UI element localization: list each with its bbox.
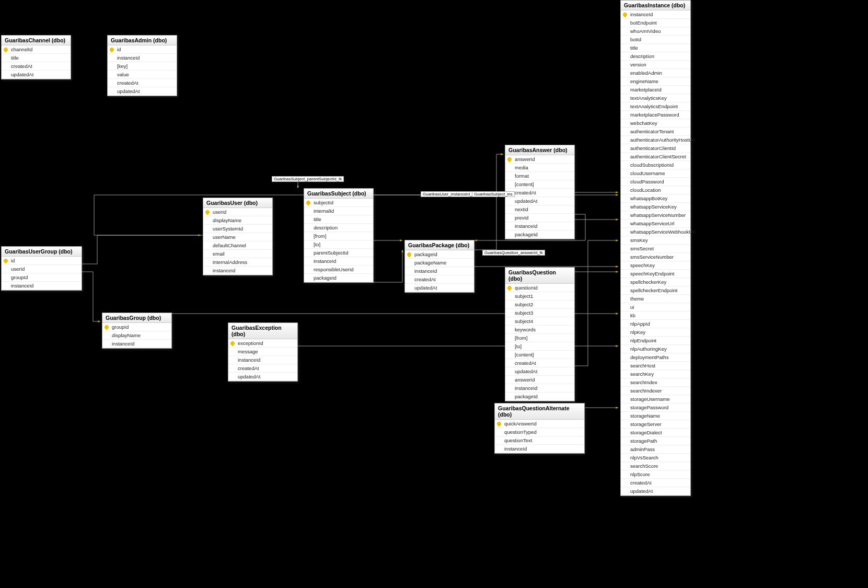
column[interactable]: media [505,164,574,172]
column[interactable]: storageServer [621,420,690,429]
column[interactable]: parentSubjectId [304,249,373,257]
column[interactable]: groupId [2,273,82,282]
column[interactable]: storageDialect [621,429,690,437]
column[interactable]: authenticatorTenant [621,128,690,136]
entity-instance[interactable]: GuaribasInstance (dbo)instanceIdbotEndpo… [620,0,691,496]
column[interactable]: version [621,61,690,69]
column[interactable]: webchatKey [621,119,690,128]
column[interactable]: subject2 [505,301,574,309]
column[interactable]: engineName [621,77,690,86]
column[interactable]: cloudLocation [621,186,690,194]
column[interactable]: userSystemId [203,225,272,233]
column[interactable]: packageId [304,274,373,282]
column[interactable]: questionTyped [495,428,584,436]
column[interactable]: searchScore [621,462,690,470]
entity-question[interactable]: GuaribasQuestion (dbo)questionIdsubject1… [505,267,575,401]
column[interactable]: nlpVsSearch [621,454,690,462]
column[interactable]: instanceId [203,267,272,275]
column[interactable]: nextId [505,205,574,214]
column[interactable]: [content] [505,351,574,359]
entity-exception[interactable]: GuaribasException (dbo)exceptionIdmessag… [228,322,298,382]
column[interactable]: kb [621,312,690,320]
column[interactable]: [to] [505,342,574,351]
column[interactable]: smsKey [621,236,690,245]
entity-subject[interactable]: GuaribasSubject (dbo)subjectIdinternalId… [304,188,374,283]
column[interactable]: packageId [505,230,574,239]
column[interactable]: whatsappBotKey [621,194,690,203]
column[interactable]: updatedAt [405,284,474,292]
column[interactable]: description [304,224,373,232]
column[interactable]: whatsappServiceWebhookUrl [621,228,690,236]
entity-answer[interactable]: GuaribasAnswer (dbo)answerIdmediaformat[… [505,145,575,239]
column[interactable]: email [203,250,272,258]
column[interactable]: nlpEndpoint [621,337,690,345]
column[interactable]: storageUsername [621,395,690,403]
column[interactable]: textAnalyticsKey [621,94,690,102]
column[interactable]: authenticatorAuthorityHostUrl [621,136,690,144]
pk-column[interactable]: channelId [2,45,71,54]
column[interactable]: ui [621,303,690,312]
column[interactable]: storagePassword [621,403,690,412]
column[interactable]: cloudPassword [621,178,690,186]
pk-column[interactable]: answerId [505,155,574,164]
pk-column[interactable]: packageId [405,250,474,259]
column[interactable]: answerId [505,376,574,384]
pk-column[interactable]: groupId [102,323,171,331]
column[interactable]: packageName [405,259,474,267]
column[interactable]: displayName [203,216,272,225]
column[interactable]: createdAt [108,79,177,87]
column[interactable]: spellcheckerEndpoint [621,286,690,295]
pk-column[interactable]: questionId [505,284,574,292]
column[interactable]: marketplaceId [621,86,690,94]
column[interactable]: instanceId [304,257,373,266]
column[interactable]: botId [621,36,690,44]
column[interactable]: nlpAppId [621,320,690,328]
column[interactable]: speechKeyEndpoint [621,270,690,278]
column[interactable]: prevId [505,214,574,222]
column[interactable]: createdAt [228,364,297,373]
pk-column[interactable]: id [2,257,82,265]
column[interactable]: updatedAt [621,487,690,495]
column[interactable]: cloudUsername [621,169,690,178]
pk-column[interactable]: id [108,45,177,54]
column[interactable]: instanceId [405,267,474,275]
column[interactable]: responsibleUserId [304,266,373,274]
entity-qalt[interactable]: GuaribasQuestionAlternate (dbo)quickAnsw… [494,403,585,454]
pk-column[interactable]: instanceId [621,10,690,19]
column[interactable]: enabledAdmin [621,69,690,77]
column[interactable]: instanceId [108,54,177,62]
column[interactable]: description [621,52,690,61]
column[interactable]: updatedAt [505,197,574,205]
column[interactable]: userName [203,233,272,241]
column[interactable]: smsSecret [621,245,690,253]
entity-group[interactable]: GuaribasGroup (dbo)groupIddisplayNameins… [102,313,172,349]
column[interactable]: whatsappServiceUrl [621,220,690,228]
entity-user[interactable]: GuaribasUser (dbo)userIddisplayNameuserS… [203,198,273,275]
column[interactable]: createdAt [2,62,71,71]
column[interactable]: subject4 [505,317,574,326]
column[interactable]: internalAddress [203,258,272,267]
column[interactable]: marketplacePassword [621,111,690,119]
column[interactable]: [key] [108,62,177,71]
column[interactable]: packageId [505,393,574,401]
column[interactable]: subject3 [505,309,574,317]
column[interactable]: theme [621,295,690,303]
column[interactable]: searchIndexer [621,387,690,395]
column[interactable]: instanceId [505,222,574,230]
column[interactable]: createdAt [621,479,690,487]
column[interactable]: defaultChannel [203,241,272,250]
column[interactable]: createdAt [405,275,474,284]
column[interactable]: adminPass [621,445,690,454]
column[interactable]: updatedAt [228,373,297,381]
column[interactable]: format [505,172,574,180]
column[interactable]: instanceId [495,445,584,453]
column[interactable]: authenticatorClientSecret [621,153,690,161]
column[interactable]: internalId [304,207,373,215]
column[interactable]: questionText [495,436,584,445]
column[interactable]: title [304,215,373,224]
column[interactable]: [from] [505,334,574,342]
pk-column[interactable]: exceptionId [228,339,297,348]
column[interactable]: whatsappServiceNumber [621,211,690,220]
column[interactable]: createdAt [505,189,574,197]
column[interactable]: keywords [505,326,574,334]
